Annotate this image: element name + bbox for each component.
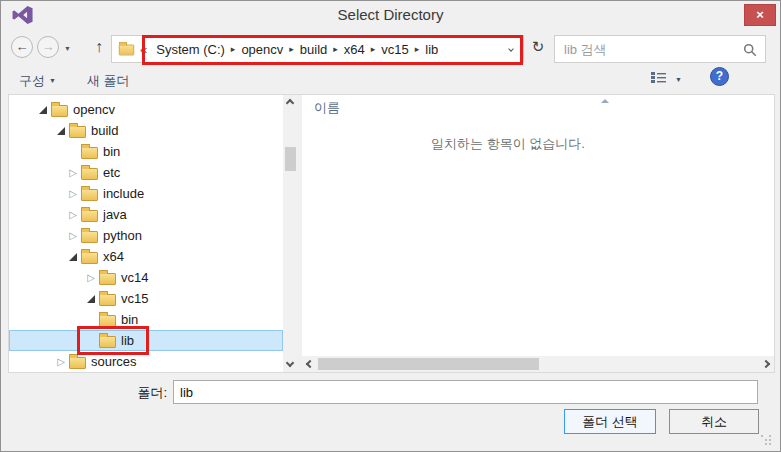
tree-item-java[interactable]: ▷java — [9, 204, 283, 225]
tree-item-label: bin — [121, 312, 138, 327]
back-button[interactable]: ← — [11, 36, 33, 58]
tree-item-label: bin — [103, 144, 120, 159]
tree-item-etc[interactable]: ▷etc — [9, 162, 283, 183]
tree-vertical-scrollbar[interactable] — [283, 95, 298, 372]
tree-item-label: include — [103, 186, 144, 201]
tree-item-sources[interactable]: ▷sources — [9, 351, 283, 372]
column-header-row: 이름 — [302, 95, 774, 117]
breadcrumb: System (C:)▸opencv▸build▸x64▸vc15▸lib — [150, 36, 444, 62]
change-view-button[interactable]: ▼ — [651, 70, 682, 88]
address-dropdown-icon[interactable] — [508, 46, 514, 52]
folder-icon — [99, 315, 116, 327]
tree-item-label: build — [91, 123, 118, 138]
expander-spacer — [83, 333, 99, 349]
tree-item-label: vc15 — [121, 291, 148, 306]
breadcrumb-item[interactable]: System (C:) — [150, 42, 231, 57]
scroll-down-icon[interactable] — [286, 359, 294, 367]
collapse-arrow-icon[interactable] — [53, 123, 69, 139]
folder-icon — [99, 294, 116, 306]
select-directory-dialog: Select Directory × ← → ▼ ↑ « System (C:)… — [0, 0, 781, 452]
new-folder-button[interactable]: 새 폴더 — [87, 72, 130, 90]
recent-locations-caret-icon[interactable]: ▼ — [64, 45, 71, 52]
collapse-arrow-icon[interactable] — [65, 249, 81, 265]
tree-item-label: lib — [121, 333, 134, 348]
expand-arrow-icon[interactable]: ▷ — [65, 186, 81, 202]
expand-arrow-icon[interactable]: ▷ — [65, 207, 81, 223]
tree-item-bin[interactable]: bin — [9, 309, 283, 330]
tree-item-vc15[interactable]: vc15 — [9, 288, 283, 309]
folder-icon — [81, 189, 98, 201]
folder-icon — [69, 357, 86, 369]
breadcrumb-item[interactable]: build — [294, 42, 333, 57]
view-caret-icon: ▼ — [675, 76, 682, 83]
title-bar: Select Directory × — [1, 1, 780, 29]
tree-item-label: x64 — [103, 249, 124, 264]
expander-spacer — [83, 312, 99, 328]
folder-icon — [81, 147, 98, 159]
address-bar[interactable]: « System (C:)▸opencv▸build▸x64▸vc15▸lib — [111, 35, 524, 63]
up-one-level-button[interactable]: ↑ — [89, 38, 109, 56]
tree-item-label: python — [103, 228, 142, 243]
footer: 폴더: 폴더 선택 취소 — [1, 373, 780, 452]
search-icon[interactable] — [743, 43, 757, 61]
folder-icon — [81, 252, 98, 264]
horizontal-scrollbar-thumb[interactable] — [318, 358, 539, 370]
tree-item-label: etc — [103, 165, 120, 180]
expand-arrow-icon[interactable]: ▷ — [53, 354, 69, 370]
empty-folder-message: 일치하는 항목이 없습니다. — [302, 135, 714, 153]
breadcrumb-item[interactable]: lib — [419, 42, 444, 57]
help-button[interactable]: ? — [710, 67, 729, 86]
folder-name-label: 폴더: — [111, 384, 167, 402]
folder-icon — [99, 273, 116, 285]
collapse-arrow-icon[interactable] — [83, 291, 99, 307]
refresh-button[interactable]: ↻ — [528, 38, 548, 56]
folder-icon — [81, 231, 98, 243]
address-folder-icon — [119, 45, 134, 56]
tree-item-vc14[interactable]: ▷vc14 — [9, 267, 283, 288]
scroll-up-icon[interactable] — [286, 99, 294, 107]
folder-icon — [99, 336, 116, 348]
horizontal-scrollbar[interactable] — [302, 356, 774, 372]
breadcrumb-item[interactable]: opencv — [235, 42, 289, 57]
file-list-pane: 이름 일치하는 항목이 없습니다. — [302, 95, 774, 372]
tree-item-python[interactable]: ▷python — [9, 225, 283, 246]
expand-arrow-icon[interactable]: ▷ — [65, 228, 81, 244]
tree-item-x64[interactable]: x64 — [9, 246, 283, 267]
tree-item-bin[interactable]: bin — [9, 141, 283, 162]
breadcrumb-item[interactable]: vc15 — [375, 42, 414, 57]
folder-icon — [51, 105, 68, 117]
tree-item-include[interactable]: ▷include — [9, 183, 283, 204]
tree-item-label: java — [103, 207, 127, 222]
expander-spacer — [65, 144, 81, 160]
forward-button[interactable]: → — [37, 36, 59, 58]
tree-item-build[interactable]: build — [9, 120, 283, 141]
select-folder-button[interactable]: 폴더 선택 — [564, 409, 656, 434]
window-title: Select Directory — [1, 1, 780, 28]
organize-caret-icon: ▼ — [49, 77, 56, 84]
expand-arrow-icon[interactable]: ▷ — [83, 270, 99, 286]
scroll-right-icon[interactable] — [762, 360, 770, 368]
search-input[interactable] — [555, 36, 765, 62]
folder-name-input[interactable] — [173, 380, 758, 404]
tree-item-label: sources — [91, 354, 137, 369]
main-content: opencvbuildbin▷etc▷include▷java▷pythonx6… — [8, 94, 775, 373]
organize-button[interactable]: 구성▼ — [19, 72, 56, 90]
tree-item-opencv[interactable]: opencv — [9, 99, 283, 120]
collapse-arrow-icon[interactable] — [35, 102, 51, 118]
close-button[interactable]: × — [744, 4, 776, 26]
scroll-left-icon[interactable] — [306, 360, 314, 368]
breadcrumb-item[interactable]: x64 — [338, 42, 371, 57]
folder-icon — [69, 126, 86, 138]
tree-item-lib[interactable]: lib — [9, 330, 283, 351]
vertical-scrollbar-thumb[interactable] — [285, 147, 296, 171]
resize-grip[interactable] — [761, 435, 763, 437]
folder-icon — [81, 168, 98, 180]
cancel-button[interactable]: 취소 — [669, 409, 759, 434]
folder-tree: opencvbuildbin▷etc▷include▷java▷pythonx6… — [9, 99, 283, 372]
name-column-header[interactable]: 이름 — [314, 99, 340, 117]
expand-arrow-icon[interactable]: ▷ — [65, 165, 81, 181]
search-box — [554, 35, 766, 63]
folder-icon — [81, 210, 98, 222]
command-toolbar: 구성▼ 새 폴더 ▼ ? — [1, 67, 780, 93]
breadcrumb-overflow-icon[interactable]: « — [140, 42, 147, 57]
